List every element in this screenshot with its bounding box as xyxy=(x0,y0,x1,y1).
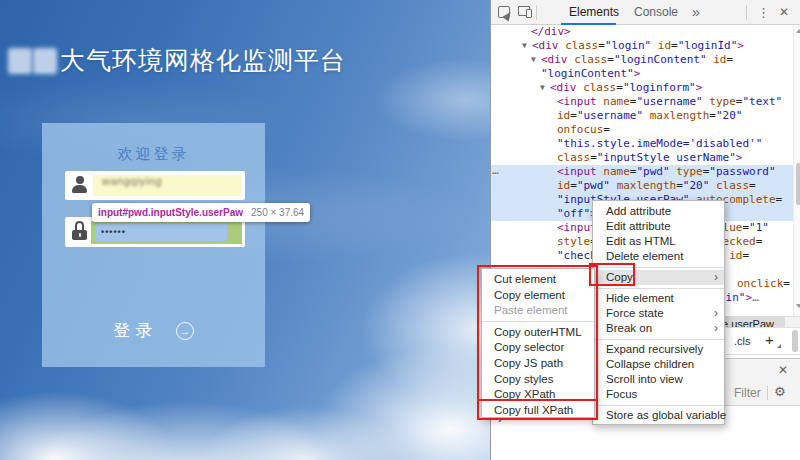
devtools-menu-icon[interactable]: ⋮ xyxy=(757,5,770,20)
code-token: = xyxy=(671,39,678,52)
censored-title-prefix xyxy=(33,48,57,74)
code-token: class xyxy=(557,151,590,164)
menu-item-label: Force state xyxy=(606,307,664,319)
code-token: </div> xyxy=(531,25,571,38)
selected-element-gutter-dots[interactable]: … xyxy=(492,165,499,179)
annotation-box-copy-submenu xyxy=(477,265,598,420)
code-token: = xyxy=(742,249,749,262)
code-token: > xyxy=(736,151,743,164)
devtools-toolbar: Elements Console » ⋮ ✕ xyxy=(491,0,800,25)
annotation-box-copy-full-xpath xyxy=(477,399,598,420)
username-row: wangqiying xyxy=(65,171,245,200)
code-token: = xyxy=(676,179,683,192)
dom-tree-node[interactable]: onfocus= xyxy=(557,123,610,137)
menu-item-scroll-into-view[interactable]: Scroll into view xyxy=(593,372,724,387)
dom-tree-node[interactable]: <div class="login" id="loginId"> xyxy=(532,39,744,53)
tree-expand-arrow[interactable]: ▼ xyxy=(522,39,527,53)
menu-item-edit-as-html[interactable]: Edit as HTML xyxy=(593,234,724,249)
new-style-rule-button[interactable]: + xyxy=(765,331,774,348)
dom-tree-node[interactable]: id="username" maxlength="20" xyxy=(557,109,742,123)
tree-expand-arrow[interactable]: ▼ xyxy=(531,53,536,67)
code-token: = xyxy=(570,109,577,122)
code-token: "loginContent" xyxy=(614,53,707,66)
menu-item-collapse-children[interactable]: Collapse children xyxy=(593,357,724,372)
code-token: onfocus xyxy=(557,123,603,136)
code-token: "this.style.imeMode='disabled'" xyxy=(557,137,762,150)
page-title: 大气环境网格化监测平台 xyxy=(60,44,346,77)
dom-tree-node[interactable]: onclick= xyxy=(737,277,790,291)
menu-separator xyxy=(593,288,724,289)
menu-item-label: Expand recursively xyxy=(606,343,703,355)
dom-tree-scrollbar[interactable] xyxy=(793,25,800,316)
dom-tree-node[interactable]: "loginContent"> xyxy=(541,67,640,81)
dom-tree-node[interactable]: "off"> xyxy=(557,207,597,221)
code-token: "loginId" xyxy=(678,39,738,52)
tab-console[interactable]: Console xyxy=(634,0,678,25)
code-token: type xyxy=(709,95,736,108)
dom-tree-node[interactable]: <input name="username" type="text" xyxy=(557,95,782,109)
code-token: class xyxy=(565,39,598,52)
tab-elements[interactable]: Elements xyxy=(569,0,619,25)
code-token: class xyxy=(583,81,616,94)
code-token: class xyxy=(574,53,607,66)
element-context-menu: Add attributeEdit attributeEdit as HTMLD… xyxy=(592,200,725,425)
dom-tree-node[interactable]: id="pwd" maxlength="20" class= xyxy=(557,179,756,193)
device-toolbar-icon[interactable] xyxy=(518,6,530,16)
menu-item-label: Focus xyxy=(606,388,637,400)
menu-separator xyxy=(593,339,724,340)
code-token: "pwd" xyxy=(636,165,669,178)
code-token: = xyxy=(783,277,790,290)
dom-tree-node[interactable]: class="inputStyle userName"> xyxy=(557,151,742,165)
more-tabs-icon[interactable]: » xyxy=(692,0,700,25)
code-token xyxy=(610,179,617,192)
arrow-right-icon: → xyxy=(176,322,194,340)
dom-tree-node[interactable]: </div> xyxy=(531,25,571,39)
menu-item-store-as-global-variable[interactable]: Store as global variable xyxy=(593,408,724,423)
dom-tree-node[interactable]: "this.style.imeMode='disabled'" xyxy=(557,137,762,151)
scrollbar-up-arrow[interactable] xyxy=(796,29,800,33)
scrollbar-thumb[interactable] xyxy=(796,163,800,205)
dom-tree-node[interactable]: <input name="pwd" type="password" xyxy=(557,165,776,179)
code-token: "20" xyxy=(716,109,743,122)
censored-title-prefix xyxy=(8,48,32,74)
code-token: onclick xyxy=(737,277,783,290)
styles-cls-button[interactable]: .cls xyxy=(734,335,751,347)
scrollbar-down-arrow[interactable] xyxy=(796,304,800,308)
devtools-close-icon[interactable]: ✕ xyxy=(779,5,789,19)
console-settings-gear-icon[interactable]: ⚙ xyxy=(774,384,786,399)
code-token xyxy=(643,109,650,122)
code-token: = xyxy=(598,39,605,52)
code-token: "password" xyxy=(709,165,775,178)
drawer-close-icon[interactable]: ✕ xyxy=(778,363,788,377)
inspect-tooltip-selector: input#pwd.inputStyle.userPaw xyxy=(98,207,243,218)
console-filter-input[interactable]: Filter xyxy=(734,386,761,400)
tree-expand-arrow[interactable]: ▼ xyxy=(540,81,545,95)
dom-tree-node[interactable]: <div class="loginContent" id= xyxy=(541,53,733,67)
code-token: = xyxy=(756,235,763,248)
login-panel: 欢迎登录 wangqiying •••••• 登录 → xyxy=(42,123,265,367)
menu-item-break-on[interactable]: Break on› xyxy=(593,321,724,336)
password-input[interactable]: •••••• xyxy=(95,224,227,241)
dom-tree-node[interactable]: <div class="loginform"> xyxy=(550,81,702,95)
new-style-rule-corner xyxy=(777,344,781,348)
menu-item-hide-element[interactable]: Hide element xyxy=(593,291,724,306)
code-token: "inputStyle userName" xyxy=(597,151,736,164)
menu-item-focus[interactable]: Focus xyxy=(593,387,724,402)
menu-item-delete-element[interactable]: Delete element xyxy=(593,249,724,264)
login-button[interactable]: 登录 → xyxy=(42,319,265,349)
username-input[interactable]: wangqiying xyxy=(93,175,241,196)
login-heading: 欢迎登录 xyxy=(42,145,265,164)
inspect-overlay-padding: •••••• xyxy=(91,221,242,244)
menu-item-expand-recursively[interactable]: Expand recursively xyxy=(593,342,724,357)
inspect-element-icon[interactable] xyxy=(498,6,510,18)
code-token: "loginContent" xyxy=(541,67,634,80)
menu-item-force-state[interactable]: Force state› xyxy=(593,306,724,321)
console-toolbar-separator xyxy=(767,386,768,400)
styles-scrollbar-thumb[interactable] xyxy=(792,330,798,352)
submenu-arrow-icon: › xyxy=(714,306,718,321)
submenu-arrow-icon: › xyxy=(714,321,718,336)
menu-item-edit-attribute[interactable]: Edit attribute xyxy=(593,219,724,234)
code-token: … xyxy=(752,291,759,304)
username-icon-cell xyxy=(65,171,93,200)
menu-item-add-attribute[interactable]: Add attribute xyxy=(593,204,724,219)
